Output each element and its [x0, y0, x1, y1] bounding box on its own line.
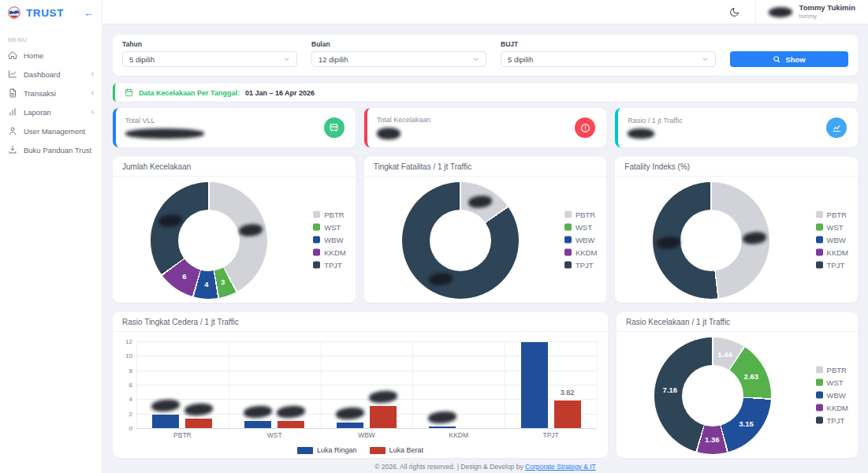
slice-label: 1.36 — [705, 434, 720, 443]
chart-card-rasio-tingkat-cedera: Rasio Tingkat Cedera / 1 jt Traffic 0246… — [113, 312, 608, 458]
sidebar-item-dashboard[interactable]: Dashboard‹ — [0, 65, 102, 84]
x-axis-tick: WBW — [358, 431, 375, 439]
avatar — [769, 7, 792, 17]
legend-item-pbtr[interactable]: PBTR — [564, 210, 597, 219]
legend-item-luka-berat[interactable]: Luka Berat — [370, 446, 424, 454]
legend-item-wst[interactable]: WST — [564, 223, 597, 232]
sidebar-collapse-arrow-icon[interactable]: ← — [84, 7, 94, 19]
legend-label: WBW — [827, 236, 846, 244]
legend-item-kkdm[interactable]: KKDM — [313, 248, 345, 257]
legend-label: KKDM — [827, 404, 848, 412]
legend-item-wbw[interactable]: WBW — [564, 236, 597, 244]
chart-legend: PBTRWSTWBWKKDMTPJT — [816, 366, 848, 425]
donut-chart: 1.442.633.151.367.16PBTRWSTWBWKKDMTPJT — [617, 332, 858, 458]
bar-luka-berat-pbtr[interactable] — [185, 419, 212, 428]
chart-legend: PBTRWSTWBWKKDMTPJT — [313, 210, 345, 270]
chart-title: Jumlah Kecelakaan — [113, 157, 356, 177]
gridline — [321, 341, 322, 428]
sidebar-item-buku-panduan-trust[interactable]: Buku Panduan Trust — [0, 140, 102, 159]
bar-luka-ringan-tpjt[interactable] — [521, 342, 548, 428]
legend-item-luka-ringan[interactable]: Luka Ringan — [297, 446, 357, 454]
bar-luka-ringan-pbtr[interactable] — [152, 415, 179, 428]
legend-label: TPJT — [576, 261, 594, 270]
donut — [653, 182, 769, 299]
legend-item-pbtr[interactable]: PBTR — [816, 366, 848, 374]
dark-mode-toggle[interactable] — [713, 7, 755, 17]
bujt-select[interactable]: 5 dipilih — [501, 51, 716, 67]
legend-label: PBTR — [827, 210, 847, 219]
legend-item-wbw[interactable]: WBW — [816, 236, 848, 244]
legend-item-wbw[interactable]: WBW — [313, 236, 345, 244]
legend-swatch — [816, 249, 823, 256]
bulan-select[interactable]: 12 dipilih — [311, 51, 486, 67]
chart-legend: PBTRWSTWBWKKDMTPJT — [816, 210, 848, 270]
donut: 1.442.633.151.367.16 — [654, 337, 771, 454]
gridline — [505, 341, 505, 428]
slice-label: 1.44 — [717, 350, 732, 359]
sidebar-item-laporan[interactable]: Laporan‹ — [0, 102, 102, 121]
slice-label: 2.63 — [744, 372, 759, 381]
legend-label: PBTR — [576, 210, 595, 219]
donut-hole — [682, 365, 743, 426]
donut-hole — [680, 210, 742, 271]
document-icon — [8, 88, 17, 98]
topbar: Tommy Tukimin tommy — [102, 0, 868, 24]
moon-icon — [729, 7, 739, 17]
slice-label: 7.16 — [663, 385, 678, 394]
footer: © 2026. All rights reserved. | Design & … — [113, 463, 858, 471]
donut-hole — [178, 210, 240, 271]
redacted-bar-label — [244, 404, 273, 419]
gridline — [412, 341, 413, 428]
bar-luka-ringan-wbw[interactable] — [337, 423, 363, 428]
alert-date-range: 01 Jan – 16 Apr 2026 — [245, 89, 315, 97]
legend-item-wst[interactable]: WST — [816, 378, 848, 387]
legend-item-wst[interactable]: WST — [313, 223, 345, 232]
sidebar-item-home[interactable]: Home — [0, 46, 102, 65]
legend-item-tpjt[interactable]: TPJT — [816, 261, 848, 270]
bulan-select-value: 12 dipilih — [319, 55, 348, 64]
legend-swatch — [816, 236, 823, 244]
legend-swatch — [297, 447, 313, 454]
legend-label: WBW — [324, 236, 343, 244]
show-button[interactable]: Show — [730, 51, 848, 67]
legend-item-tpjt[interactable]: TPJT — [564, 261, 597, 270]
sidebar-item-user-management[interactable]: User Management — [0, 121, 102, 140]
legend-item-tpjt[interactable]: TPJT — [816, 416, 848, 425]
bar-luka-ringan-wst[interactable] — [244, 421, 271, 428]
redacted-bar-label — [277, 405, 306, 419]
legend-swatch — [816, 379, 823, 386]
stat-card-rasio: Rasio / 1 jt Traffic — [615, 108, 858, 147]
legend-item-tpjt[interactable]: TPJT — [313, 261, 345, 270]
user-handle: tommy — [799, 13, 855, 20]
gridline — [597, 341, 598, 428]
legend-item-pbtr[interactable]: PBTR — [816, 210, 848, 219]
redacted-bar-label — [335, 406, 364, 420]
chart-card-tingkat-fatalitas: Tingkat Fatalitas / 1 jt Traffic PBTRWST… — [364, 157, 607, 303]
y-axis-tick: 4 — [129, 396, 136, 403]
legend-item-wst[interactable]: WST — [816, 223, 848, 232]
legend-label: PBTR — [827, 366, 847, 374]
user-menu[interactable]: Tommy Tukimin tommy — [755, 0, 868, 24]
legend-label: TPJT — [827, 261, 845, 270]
chart-card-fatality-indeks: Fatality Indeks (%) PBTRWSTWBWKKDMTPJT — [615, 157, 858, 303]
legend-item-kkdm[interactable]: KKDM — [564, 248, 597, 257]
legend-item-pbtr[interactable]: PBTR — [313, 210, 345, 219]
legend-item-kkdm[interactable]: KKDM — [816, 248, 848, 257]
legend-label: WST — [576, 223, 592, 232]
legend-item-kkdm[interactable]: KKDM — [816, 404, 848, 412]
legend-item-wbw[interactable]: WBW — [816, 391, 848, 400]
alert-circle-icon — [575, 117, 595, 138]
y-axis-tick: 6 — [129, 382, 136, 389]
chart-card-jumlah-kecelakaan: Jumlah Kecelakaan 346PBTRWSTWBWKKDMTPJT — [113, 157, 356, 303]
date-range-alert: Data Kecelakaan Per Tanggal: 01 Jan – 16… — [113, 84, 858, 102]
bar-luka-berat-tpjt[interactable] — [554, 400, 581, 428]
legend-label: TPJT — [827, 416, 845, 425]
bar-luka-berat-wst[interactable] — [278, 421, 304, 428]
redacted-value — [125, 128, 204, 139]
bar-luka-berat-wbw[interactable] — [370, 406, 397, 428]
bar-luka-ringan-kkdm[interactable] — [429, 426, 456, 428]
footer-link[interactable]: Corporate Strategy & IT — [525, 463, 596, 471]
sidebar-item-transaksi[interactable]: Transaksi‹ — [0, 84, 102, 102]
gridline — [229, 341, 229, 428]
tahun-select[interactable]: 5 dipilih — [122, 51, 297, 67]
